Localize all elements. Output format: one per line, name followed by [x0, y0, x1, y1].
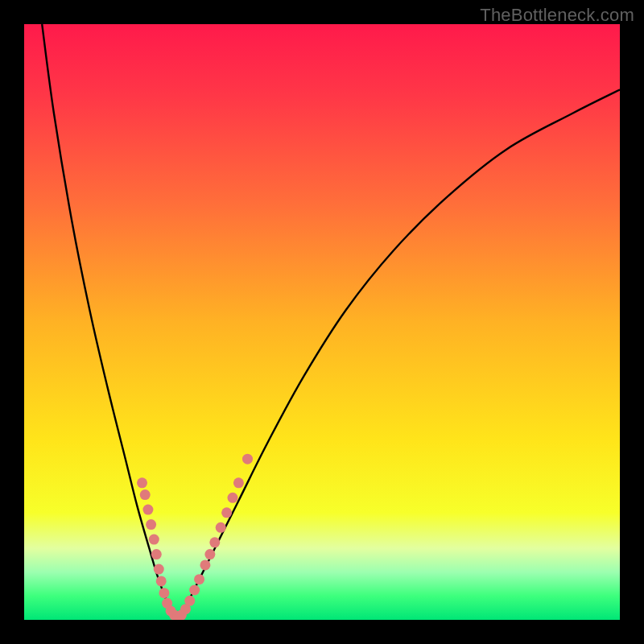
scatter-dot: [204, 549, 215, 559]
scatter-dot: [189, 585, 200, 596]
scatter-dot: [140, 489, 151, 500]
scatter-dot: [200, 559, 210, 570]
plot-area: [24, 24, 620, 620]
scatter-dot: [137, 477, 147, 488]
scatter-dot: [194, 574, 204, 584]
scatter-dot: [184, 596, 195, 606]
scatter-dot: [209, 537, 220, 547]
right-branch-curve: [178, 89, 620, 620]
scatter-dot: [142, 505, 153, 515]
scatter-dot: [151, 549, 162, 559]
scatter-dot: [154, 564, 164, 575]
scatter-dot: [221, 507, 232, 518]
scatter-dot: [228, 493, 238, 503]
scatter-dot: [216, 522, 226, 533]
scatter-dot: [159, 588, 169, 598]
watermark-text: TheBottleneck.com: [480, 5, 634, 26]
scatter-dot: [242, 454, 253, 464]
scatter-dots: [137, 454, 253, 620]
scatter-dot: [146, 519, 156, 530]
scatter-dot: [149, 535, 159, 545]
curve-layer: [24, 24, 620, 620]
left-branch-curve: [42, 24, 178, 620]
scatter-dot: [156, 576, 167, 586]
scatter-dot: [233, 477, 244, 488]
